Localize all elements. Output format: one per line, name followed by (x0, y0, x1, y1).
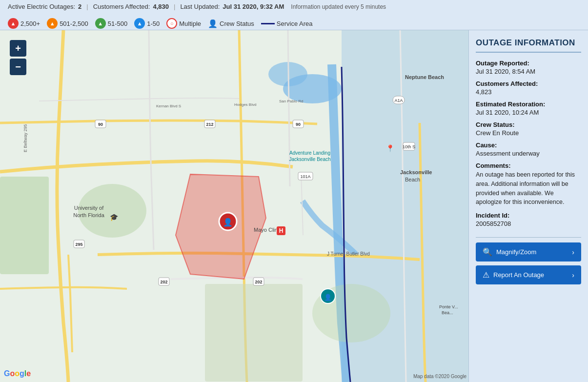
svg-text:Kernan Blvd S: Kernan Blvd S (156, 104, 181, 108)
svg-rect-6 (205, 284, 303, 382)
svg-text:Jacksonville: Jacksonville (400, 169, 432, 175)
active-outages-label: Active Electric Outages: (8, 3, 75, 10)
svg-text:University of: University of (74, 205, 104, 211)
map-area[interactable]: E Beltway 295 Kernan Blvd S Hodges Blvd … (0, 30, 468, 382)
svg-text:295: 295 (75, 242, 82, 247)
svg-text:San Pablo Rd: San Pablo Rd (279, 99, 303, 103)
magnify-icon: 🔍 (483, 247, 492, 257)
zoom-out-button[interactable]: − (10, 59, 26, 75)
panel-title: OUTAGE INFORMATION (476, 38, 581, 53)
legend-51-500: ▲ 51-500 (95, 18, 127, 29)
outage-reported-label: Outage Reported: (476, 60, 581, 67)
icon-1-50: ▲ (134, 18, 145, 29)
outage-reported-section: Outage Reported: Jul 31 2020, 8:54 AM (476, 60, 581, 75)
customers-affected-label: Customers Affected: (476, 80, 581, 87)
crew-status-section: Crew Status: Crew En Route (476, 121, 581, 137)
right-panel: OUTAGE INFORMATION Outage Reported: Jul … (468, 30, 588, 382)
top-bar: Active Electric Outages: 2 | Customers A… (0, 0, 588, 30)
comments-section: Comments: An outage has been reported fo… (476, 162, 581, 207)
cause-section: Cause: Assessment underway (476, 141, 581, 157)
main-content: E Beltway 295 Kernan Blvd S Hodges Blvd … (0, 30, 588, 382)
svg-text:J Turner Butler Blvd: J Turner Butler Blvd (327, 251, 370, 257)
customers-affected-label: Customers Affected: (93, 3, 150, 10)
legend-501-2500: ▲ 501-2,500 (47, 18, 88, 29)
cause-value: Assessment underway (476, 150, 581, 157)
estimated-restoration-value: Jul 31 2020, 10:24 AM (476, 109, 581, 116)
svg-text:A1A: A1A (394, 98, 403, 103)
svg-text:202: 202 (255, 280, 262, 284)
estimated-restoration-label: Estimated Restoration: (476, 101, 581, 108)
last-updated-label: Last Updated: (180, 3, 220, 10)
svg-text:E Beltway 295: E Beltway 295 (23, 124, 28, 152)
svg-text:101A: 101A (300, 174, 310, 179)
svg-text:👤: 👤 (324, 293, 332, 302)
svg-text:212: 212 (206, 122, 213, 127)
svg-text:10th S: 10th S (403, 144, 415, 149)
svg-text:90: 90 (98, 122, 103, 127)
magnify-zoom-label: Magnify/Zoom (496, 248, 536, 256)
panel-divider (476, 237, 581, 238)
zoom-in-button[interactable]: + (10, 40, 26, 57)
incident-id-value: 2005852708 (476, 220, 581, 227)
legend-multiple: ○ Multiple (166, 18, 201, 29)
comments-label: Comments: (476, 162, 581, 169)
svg-rect-4 (0, 177, 49, 274)
svg-text:🎓: 🎓 (110, 213, 119, 221)
svg-text:Ponte V...: Ponte V... (439, 304, 458, 309)
last-updated-value: Jul 31 2020, 9:32 AM (223, 3, 284, 10)
cause-label: Cause: (476, 141, 581, 149)
service-line-icon (261, 23, 275, 24)
incident-id-label: Incident Id: (476, 212, 581, 219)
svg-text:Jacksonville Beach: Jacksonville Beach (289, 157, 330, 162)
icon-2500plus: ▲ (8, 18, 19, 29)
svg-text:North Florida: North Florida (73, 212, 104, 218)
report-outage-button[interactable]: ⚠ Report An Outage › (476, 265, 581, 284)
comments-value: An outage has been reported for this are… (476, 170, 581, 207)
svg-point-5 (78, 184, 146, 238)
map-svg: E Beltway 295 Kernan Blvd S Hodges Blvd … (0, 30, 468, 382)
svg-text:Beach: Beach (405, 177, 420, 182)
report-arrow-icon: › (572, 271, 574, 279)
zoom-controls[interactable]: + − (10, 40, 26, 75)
icon-51-500: ▲ (95, 18, 106, 29)
legend-service-area: Service Area (261, 20, 313, 27)
warning-icon: ⚠ (483, 270, 489, 280)
svg-text:Bea...: Bea... (442, 310, 453, 315)
crew-status-label: Crew Status: (476, 121, 581, 128)
svg-text:Neptune Beach: Neptune Beach (405, 74, 444, 80)
google-logo: Google (4, 369, 31, 378)
customers-affected-value: 4,823 (476, 88, 581, 96)
magnify-arrow-icon: › (572, 248, 574, 256)
map-credit: Map data ©2020 Google (413, 374, 466, 379)
magnify-zoom-button[interactable]: 🔍 Magnify/Zoom › (476, 242, 581, 261)
customers-affected-value: 4,830 (153, 3, 169, 10)
crew-status-value: Crew En Route (476, 129, 581, 137)
svg-text:202: 202 (160, 280, 167, 284)
svg-text:Hodges Blvd: Hodges Blvd (234, 102, 256, 107)
legend-crew: 👤 Crew Status (208, 19, 254, 28)
icon-multiple: ○ (166, 18, 177, 29)
svg-text:Adventure Landing: Adventure Landing (289, 150, 330, 156)
legend-1-50: ▲ 1-50 (134, 18, 160, 29)
outage-reported-value: Jul 31 2020, 8:54 AM (476, 68, 581, 75)
crew-person-icon: 👤 (208, 19, 218, 28)
svg-text:📍: 📍 (386, 144, 395, 153)
estimated-restoration-section: Estimated Restoration: Jul 31 2020, 10:2… (476, 101, 581, 116)
legend-2500plus: ▲ 2,500+ (8, 18, 40, 29)
incident-id-section: Incident Id: 2005852708 (476, 212, 581, 227)
legend-row: ▲ 2,500+ ▲ 501-2,500 ▲ 51-500 ▲ 1-50 ○ M… (8, 18, 580, 29)
svg-text:👤: 👤 (223, 218, 233, 227)
customers-affected-section: Customers Affected: 4,823 (476, 80, 581, 96)
icon-501-2500: ▲ (47, 18, 58, 29)
active-outages-value: 2 (78, 3, 81, 10)
svg-text:H: H (279, 227, 284, 234)
report-outage-label: Report An Outage (493, 271, 544, 279)
svg-text:90: 90 (296, 122, 301, 127)
